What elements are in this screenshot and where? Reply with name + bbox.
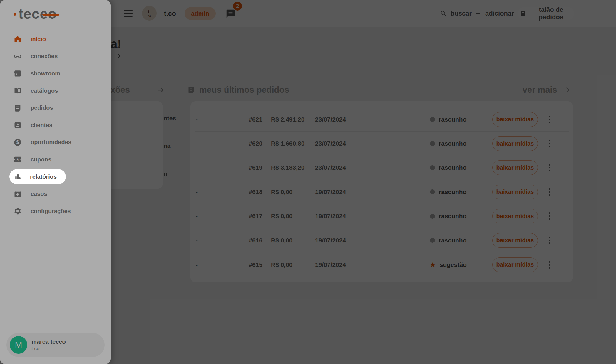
tour-dim-overlay [0, 0, 616, 364]
app-screen: t. co t.co admin 2 buscar adicionar talã… [0, 0, 616, 364]
bar-chart-icon [14, 173, 22, 181]
sidebar-item-relatorios-spotlight[interactable]: relatórios [9, 169, 66, 184]
